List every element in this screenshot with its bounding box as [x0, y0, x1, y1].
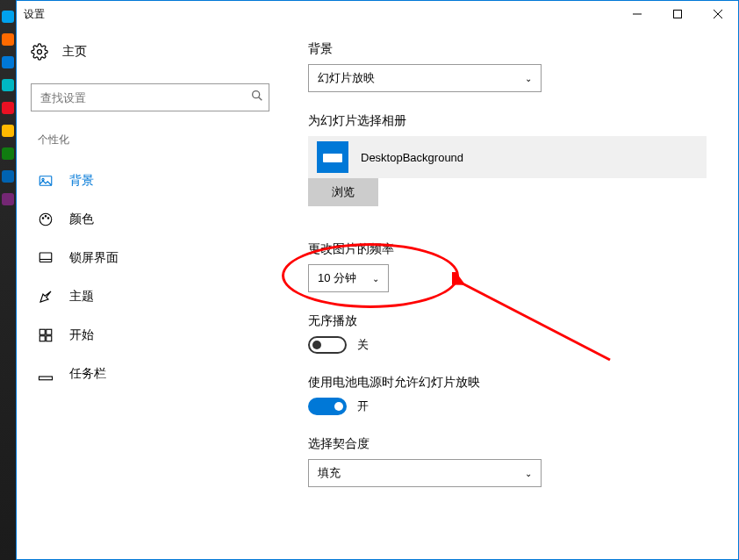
- start-icon: [38, 327, 54, 343]
- folder-icon: [317, 141, 348, 173]
- battery-toggle[interactable]: [308, 398, 347, 415]
- nav-label: 颜色: [69, 212, 94, 227]
- nav-item-lockscreen[interactable]: 锁屏界面: [24, 239, 280, 277]
- folder-name: DesktopBackground: [361, 151, 463, 164]
- nav-label: 任务栏: [69, 366, 106, 382]
- nav-label: 主题: [69, 289, 94, 305]
- shuffle-label: 无序播放: [308, 313, 721, 329]
- svg-rect-16: [47, 329, 52, 334]
- dropdown-value: 幻灯片放映: [318, 70, 375, 86]
- theme-icon: [38, 289, 54, 305]
- window-title: 设置: [24, 7, 45, 22]
- nav-label: 背景: [69, 173, 94, 189]
- dropdown-value: 填充: [318, 465, 341, 481]
- dropdown-value: 10 分钟: [318, 270, 356, 286]
- album-label: 为幻灯片选择相册: [308, 113, 721, 129]
- lockscreen-icon: [38, 250, 54, 266]
- nav-list: 背景 颜色 锁屏界面: [24, 162, 280, 393]
- frequency-dropdown[interactable]: 10 分钟 ⌄: [308, 264, 389, 292]
- svg-rect-18: [47, 336, 52, 341]
- chevron-down-icon: ⌄: [525, 469, 532, 478]
- fit-dropdown[interactable]: 填充 ⌄: [308, 459, 542, 487]
- close-button[interactable]: [698, 1, 738, 27]
- shuffle-toggle[interactable]: [308, 336, 347, 354]
- browse-button[interactable]: 浏览: [308, 178, 378, 206]
- svg-line-6: [259, 97, 262, 101]
- background-label: 背景: [308, 41, 721, 57]
- nav-item-colors[interactable]: 颜色: [24, 200, 280, 239]
- svg-rect-13: [39, 253, 52, 262]
- taskbar-sliver: [0, 0, 16, 560]
- svg-rect-1: [674, 11, 682, 18]
- maximize-button[interactable]: [657, 1, 698, 27]
- svg-point-12: [47, 218, 49, 219]
- taskbar-icon: [38, 366, 54, 382]
- battery-label: 使用电池电源时允许幻灯片放映: [308, 375, 721, 391]
- fit-label: 选择契合度: [308, 436, 721, 452]
- nav-item-background[interactable]: 背景: [24, 162, 280, 200]
- svg-point-10: [42, 218, 44, 219]
- search-icon[interactable]: [250, 89, 264, 106]
- toggle-state: 关: [357, 337, 369, 353]
- frequency-label: 更改图片的频率: [308, 241, 721, 257]
- svg-point-4: [38, 50, 42, 54]
- svg-rect-17: [39, 336, 45, 341]
- chevron-down-icon: ⌄: [372, 274, 379, 284]
- background-dropdown[interactable]: 幻灯片放映 ⌄: [308, 64, 542, 92]
- titlebar: 设置: [17, 1, 738, 27]
- picture-icon: [38, 173, 54, 189]
- nav-item-start[interactable]: 开始: [24, 316, 280, 355]
- sidebar: 主页 个性化 背景: [17, 27, 280, 559]
- home-label: 主页: [62, 44, 87, 60]
- window-controls: [617, 1, 738, 27]
- nav-label: 开始: [69, 327, 94, 343]
- album-folder-row[interactable]: DesktopBackground: [308, 136, 707, 178]
- gear-icon: [31, 43, 48, 61]
- settings-window: 设置 主页: [16, 0, 739, 560]
- home-link[interactable]: 主页: [24, 34, 280, 69]
- search-input[interactable]: [31, 83, 269, 111]
- section-label: 个性化: [24, 133, 280, 147]
- toggle-state: 开: [357, 398, 369, 414]
- svg-point-5: [253, 91, 260, 98]
- main-panel: 背景 幻灯片放映 ⌄ 为幻灯片选择相册 DesktopBackground 浏览…: [280, 27, 738, 559]
- svg-rect-19: [39, 377, 53, 380]
- nav-item-taskbar[interactable]: 任务栏: [24, 355, 280, 393]
- nav-label: 锁屏界面: [69, 250, 118, 266]
- minimize-button[interactable]: [617, 1, 657, 27]
- nav-item-themes[interactable]: 主题: [24, 277, 280, 316]
- palette-icon: [38, 212, 54, 227]
- svg-point-11: [45, 216, 47, 218]
- chevron-down-icon: ⌄: [525, 74, 532, 83]
- svg-rect-15: [39, 329, 45, 334]
